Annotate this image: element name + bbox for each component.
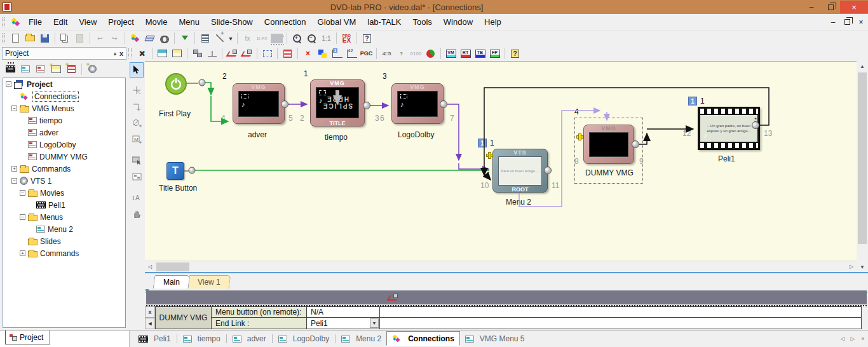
tree-item-movies[interactable]: −Movies <box>3 187 125 199</box>
simulation-button[interactable] <box>155 47 170 60</box>
minimize-button[interactable]: – <box>802 1 821 13</box>
doc-tab-logodolby[interactable]: LogoDolby <box>273 332 334 345</box>
property-value[interactable]: Peli1▼ <box>307 318 379 329</box>
menubar-grip[interactable] <box>2 17 5 27</box>
toolbar1-grip[interactable] <box>2 33 5 43</box>
first-play-node[interactable] <box>165 72 187 98</box>
playlist-button[interactable] <box>198 32 212 45</box>
dropdown-button[interactable]: ▼ <box>370 318 379 328</box>
wizard-dropdown[interactable]: ▾ <box>227 32 234 45</box>
scroll-right-button[interactable]: ▷ <box>846 262 857 272</box>
find-button[interactable] <box>157 32 172 45</box>
panel-collapse-button[interactable]: ▲ <box>111 51 119 57</box>
assets-button[interactable] <box>142 32 157 45</box>
child-close-button[interactable]: × <box>854 17 868 28</box>
draw-link-button[interactable] <box>225 47 240 60</box>
auto-arrange-button[interactable] <box>190 47 205 60</box>
canvas-hscrollbar[interactable]: ◁ ▷ <box>145 261 857 272</box>
add-row-button[interactable] <box>205 47 219 60</box>
panel-close-button[interactable]: x <box>119 50 123 57</box>
open-project-button[interactable] <box>23 32 37 45</box>
collapse-toggle[interactable]: − <box>11 105 17 111</box>
doc-tab-menu2[interactable]: Menu 2 <box>336 332 386 345</box>
show-numbers-button[interactable]: 1 <box>330 47 344 60</box>
pro-ex-button[interactable]: PROEX <box>339 32 354 45</box>
adver-node[interactable]: VMG ♪ <box>233 83 285 124</box>
project-tab[interactable]: Project <box>5 330 50 344</box>
menu-menu[interactable]: Menu <box>173 15 205 29</box>
new-project-button[interactable] <box>8 32 23 45</box>
menu-labtalk[interactable]: lab-TALK <box>362 15 407 29</box>
draw-link-tool[interactable] <box>130 99 144 114</box>
pie-chart-button[interactable] <box>423 47 438 60</box>
tree-item-commands-vts[interactable]: +Commands <box>3 247 125 259</box>
menu-movie[interactable]: Movie <box>140 15 173 29</box>
add-vmg-menu-button[interactable] <box>33 62 48 76</box>
film-gray-button[interactable] <box>363 291 378 304</box>
save-project-button[interactable] <box>37 32 52 45</box>
property-value[interactable]: N/A <box>307 307 379 318</box>
tree-item-connections[interactable]: Connections <box>3 90 125 102</box>
property-prev-button[interactable]: ◄ <box>145 318 155 329</box>
counter-button[interactable]: 0100 <box>409 47 423 60</box>
pin-view-button[interactable]: ✚ <box>135 47 149 60</box>
close-button[interactable]: × <box>840 1 868 13</box>
zoom-out-button[interactable]: − <box>304 32 319 45</box>
marquee-button[interactable] <box>260 47 275 60</box>
import-button[interactable] <box>177 32 192 45</box>
tb-layer-button[interactable]: TB <box>473 47 487 60</box>
vscroll-thumb[interactable] <box>858 72 867 244</box>
tabs-scroll-left-button[interactable]: ◁ <box>837 336 848 342</box>
doc-tab-adver[interactable]: adver <box>227 332 271 345</box>
tree-item-peli1[interactable]: Peli1 <box>3 199 125 211</box>
remove-link-tool[interactable] <box>130 116 144 131</box>
doc-tab-connections[interactable]: Connections <box>386 331 460 346</box>
redo-button[interactable]: ↪ <box>107 32 122 45</box>
d-fx-button[interactable]: D-FX <box>255 32 269 45</box>
collapse-toggle[interactable]: − <box>20 190 25 196</box>
add-audio-button[interactable] <box>64 62 79 76</box>
logodolby-node[interactable]: VMG ♪ <box>391 83 444 124</box>
help-button[interactable]: ? <box>360 32 374 45</box>
pan-tool[interactable] <box>130 206 144 221</box>
draw-link-alt-button[interactable] <box>240 47 254 60</box>
doc-tab-tiempo[interactable]: tiempo <box>178 332 226 345</box>
fx-button[interactable]: fx <box>240 32 255 45</box>
menu-slideshow[interactable]: Slide-Show <box>205 15 259 29</box>
collapse-toggle[interactable]: − <box>6 81 11 87</box>
add-movie-button[interactable] <box>3 62 18 76</box>
collapse-toggle[interactable]: − <box>11 178 17 184</box>
tree-item-dummy-vmg[interactable]: DUMMY VMG <box>3 151 125 163</box>
menu-project[interactable]: Project <box>102 15 139 29</box>
fp-layer-button[interactable]: FP <box>487 47 502 60</box>
tree-item-adver[interactable]: adver <box>3 126 125 139</box>
doc-tab-peli1[interactable]: Peli1 <box>133 332 176 345</box>
tree-item-slides[interactable]: Slides <box>3 235 125 247</box>
tree-item-tiempo[interactable]: tiempo <box>3 114 125 126</box>
scroll-down-button[interactable]: ▼ <box>857 262 867 272</box>
tree-item-commands[interactable]: +Commands <box>3 163 125 175</box>
pgc-button[interactable]: PGC <box>359 47 374 60</box>
canvas-vscrollbar[interactable]: ▲ ▼ <box>857 61 868 272</box>
expand-toggle[interactable]: + <box>11 166 17 172</box>
dummy-vmg-node[interactable]: VMG <box>583 125 634 164</box>
menu-globalvm[interactable]: Global VM <box>312 15 362 29</box>
undo-button[interactable]: ↩ <box>93 32 107 45</box>
compile-button[interactable] <box>170 47 184 60</box>
delete-link-button[interactable]: × <box>301 47 315 60</box>
paste-button[interactable] <box>72 32 87 45</box>
doc-tab-vmg-menu5[interactable]: VMG Menu 5 <box>460 332 530 345</box>
connections-view-button[interactable] <box>128 32 142 45</box>
tabs-scroll-right-button[interactable]: ▷ <box>848 336 858 342</box>
add-menu-button[interactable] <box>18 62 33 76</box>
vm-layer-button[interactable]: VM <box>444 47 458 60</box>
node-overview-tool[interactable] <box>130 169 144 184</box>
menu-tools[interactable]: Tools <box>407 15 437 29</box>
copy-button[interactable] <box>58 32 72 45</box>
menu-file[interactable]: File <box>23 15 48 29</box>
rt-layer-button[interactable]: RT <box>458 47 473 60</box>
collapse-toggle[interactable]: − <box>20 214 25 220</box>
add-slideshow-button[interactable] <box>48 62 64 76</box>
button-numbers-button[interactable]: 4□5 <box>379 47 394 60</box>
menu2-node[interactable]: VTS Para un buen amigo.... ROOT <box>492 149 548 193</box>
